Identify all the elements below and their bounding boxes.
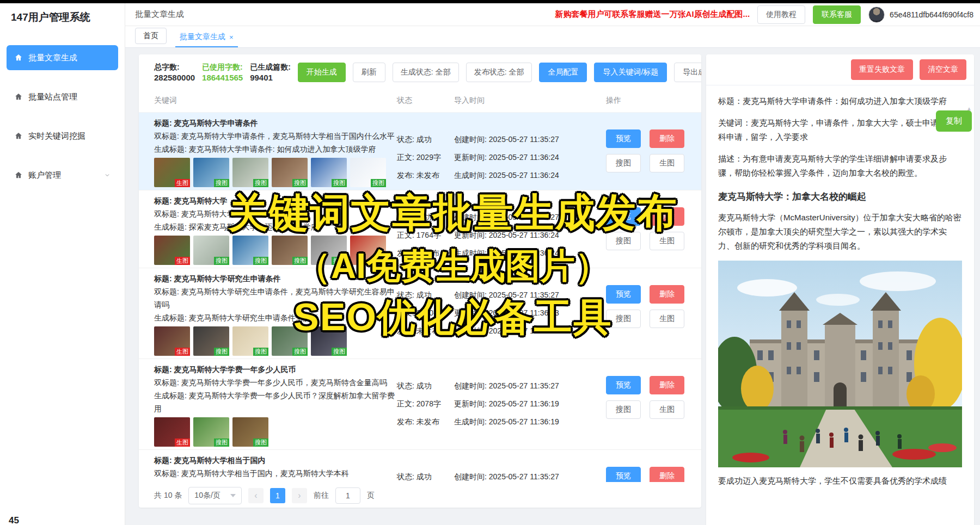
time-cell: 创建时间: 2025-05-27 11:35:27 更新时间: 2025-05-… [454, 194, 606, 265]
article-thumbnail[interactable]: 搜图 [350, 236, 386, 265]
pub-status-filter[interactable]: 发布状态: 全部 [466, 63, 532, 82]
table-row[interactable]: 标题: 麦克马斯特大学学费一年多少人民币 双标题: 麦克马斯特大学学费一年多少人… [139, 359, 701, 449]
article-thumbnail[interactable]: 生图 [154, 236, 190, 265]
row-actions: 预览 删除 搜图 生图 [606, 116, 689, 187]
start-generate-button[interactable]: 开始生成 [298, 63, 346, 82]
article-thumbnail[interactable]: 生图 [154, 326, 190, 356]
article-thumbnail[interactable]: 搜图 [350, 158, 386, 187]
clear-articles-button[interactable]: 清空文章 [920, 59, 966, 80]
reset-failed-button[interactable]: 重置失败文章 [851, 59, 913, 80]
article-thumbnail[interactable]: 搜图 [311, 158, 347, 187]
generated-label: 生成时间: [454, 171, 487, 180]
search-image-button[interactable]: 搜图 [606, 310, 641, 328]
refresh-button[interactable]: 刷新 [353, 63, 385, 82]
keyword-cell: 标题: 麦克马斯特大学 双标题: 麦克马斯特大学 生成标题: 探索麦克马斯特大学… [154, 194, 397, 265]
gen-status-filter[interactable]: 生成状态: 全部 [393, 63, 459, 82]
article-thumbnail[interactable]: 搜图 [232, 236, 268, 265]
page-size-select[interactable]: 10条/页 [188, 487, 241, 504]
campus-photo [718, 261, 962, 467]
delete-button[interactable]: 删除 [650, 376, 684, 394]
article-tail: 要成功迈入麦克马斯特大学，学生不仅需要具备优秀的学术成绩 [718, 474, 962, 488]
article-thumbnail[interactable]: 搜图 [232, 158, 268, 187]
article-thumbnail[interactable]: 搜图 [193, 236, 229, 265]
header: 批量文章生成 新购套餐用户可联系客服赠送一万张AI原创生成配图... 使用教程 … [125, 3, 980, 26]
tab-batch-article[interactable]: 批量文章生成 × [175, 27, 238, 47]
row-dual-title: 双标题: 麦克马斯特大学研究生申请条件，麦克马斯特大学研究生容易申请吗 [154, 285, 397, 311]
close-icon[interactable]: × [229, 33, 234, 41]
row-actions: 预览 删除 搜图 生图 [606, 363, 689, 447]
time-cell: 创建时间: 2025-05-27 11:35:27 更新时间: 2025-05-… [454, 272, 606, 356]
article-thumbnail[interactable]: 搜图 [311, 236, 347, 265]
global-config-button[interactable]: 全局配置 [539, 63, 587, 82]
thumb-badge: 生图 [175, 179, 190, 187]
top-black-strip [0, 0, 980, 3]
tutorial-button[interactable]: 使用教程 [757, 5, 805, 24]
search-image-button[interactable]: 搜图 [606, 154, 641, 172]
thumb-strip: 生图 搜图 搜图 搜图 搜图 搜图 [154, 158, 397, 187]
home-icon [14, 53, 23, 62]
generate-image-button[interactable]: 生图 [650, 400, 684, 419]
sidebar-item-batch-article[interactable]: 批量文章生成 [7, 45, 118, 70]
page-number-button[interactable]: 1 [270, 488, 285, 503]
delete-button[interactable]: 删除 [650, 207, 684, 226]
updated-value: 2025-05-27 11:36:23 [489, 308, 559, 317]
thumb-badge: 搜图 [292, 348, 308, 356]
table-row[interactable]: 标题: 麦克马斯特大学研究生申请条件 双标题: 麦克马斯特大学研究生申请条件，麦… [139, 268, 701, 359]
import-keywords-button[interactable]: 导入关键词/标题 [594, 63, 667, 82]
search-image-button[interactable]: 搜图 [606, 232, 641, 250]
article-thumbnail[interactable]: 搜图 [232, 326, 268, 356]
created-label: 创建时间: [454, 381, 487, 390]
table-row[interactable]: 标题: 麦克马斯特大学相当于国内 双标题: 麦克马斯特大学相当于国内，麦克马斯特… [139, 449, 701, 482]
article-thumbnail[interactable]: 搜图 [193, 326, 229, 356]
breadcrumb: 批量文章生成 [135, 9, 184, 20]
article-thumbnail[interactable]: 搜图 [193, 417, 229, 447]
article-thumbnail[interactable]: 搜图 [272, 326, 308, 356]
row-title: 标题: 麦克马斯特大学申请条件 [154, 116, 397, 129]
sidebar-item-keyword-mining[interactable]: 实时关键词挖掘 [7, 123, 118, 149]
words-value: 1764字 [416, 231, 441, 239]
goto-page-input[interactable] [335, 487, 360, 504]
status-value: 成功 [416, 135, 432, 144]
copy-button[interactable]: 复制 [936, 110, 972, 132]
contact-support-button[interactable]: 联系客服 [813, 5, 861, 24]
thumb-badge: 搜图 [253, 348, 268, 356]
tab-home[interactable]: 首页 [135, 28, 167, 44]
keyword-cell: 标题: 麦克马斯特大学相当于国内 双标题: 麦克马斯特大学相当于国内，麦克马斯特… [154, 454, 397, 482]
preview-button[interactable]: 预览 [606, 285, 641, 304]
article-thumbnail[interactable]: 生图 [154, 417, 190, 447]
article-thumbnail[interactable]: 搜图 [272, 158, 308, 187]
preview-button[interactable]: 预览 [606, 376, 641, 394]
article-thumbnail[interactable]: 生图 [154, 158, 190, 187]
preview-button[interactable]: 预览 [606, 467, 641, 482]
generate-image-button[interactable]: 生图 [650, 154, 684, 172]
search-image-button[interactable]: 搜图 [606, 400, 641, 419]
article-thumbnail[interactable]: 搜图 [272, 236, 308, 265]
publish-label: 发布: [397, 326, 414, 335]
sidebar-item-account[interactable]: 账户管理 [7, 163, 118, 188]
preview-button[interactable]: 预览 [606, 207, 641, 226]
pagination: 共 10 条 10条/页 ‹ 1 › 前往 页 [139, 482, 701, 508]
generate-image-button[interactable]: 生图 [650, 232, 684, 250]
table-row[interactable]: 标题: 麦克马斯特大学 双标题: 麦克马斯特大学 生成标题: 探索麦克马斯特大学… [139, 190, 701, 268]
goto-unit: 页 [367, 491, 375, 501]
generate-image-button[interactable]: 生图 [650, 310, 684, 328]
prev-page-button[interactable]: ‹ [248, 488, 264, 503]
delete-button[interactable]: 删除 [650, 285, 684, 304]
row-dual-title: 双标题: 麦克马斯特大学 [154, 207, 397, 220]
article-thumbnail[interactable]: 搜图 [232, 417, 268, 447]
row-dual-title: 双标题: 麦克马斯特大学相当于国内，麦克马斯特大学本科 [154, 467, 397, 480]
export-success-button[interactable]: 导出成功文章 [674, 63, 701, 82]
avatar[interactable] [868, 7, 885, 23]
delete-button[interactable]: 删除 [650, 467, 684, 482]
article-thumbnail[interactable]: 搜图 [311, 326, 347, 356]
preview-button[interactable]: 预览 [606, 129, 641, 148]
sidebar-item-batch-site[interactable]: 批量站点管理 [7, 84, 118, 109]
article-thumbnail[interactable]: 搜图 [193, 158, 229, 187]
delete-button[interactable]: 删除 [650, 129, 684, 148]
next-page-button[interactable]: › [292, 488, 307, 503]
keyword-cell: 标题: 麦克马斯特大学申请条件 双标题: 麦克马斯特大学申请条件，麦克马斯特大学… [154, 116, 397, 187]
status-value: 成功 [416, 291, 432, 299]
page-size-value: 10条/页 [194, 491, 220, 501]
goto-label: 前往 [314, 491, 329, 501]
table-row[interactable]: 标题: 麦克马斯特大学申请条件 双标题: 麦克马斯特大学申请条件，麦克马斯特大学… [139, 113, 701, 190]
